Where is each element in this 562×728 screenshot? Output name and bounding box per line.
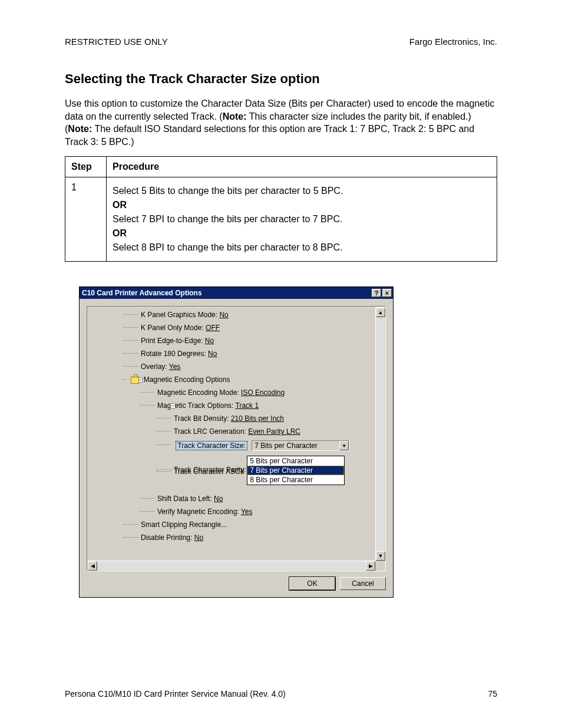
horizontal-scrollbar[interactable]: ◀ ▶ xyxy=(88,561,375,570)
tree-item-k-panel-graphics[interactable]: K Panel Graphics Mode: No xyxy=(123,311,374,319)
scroll-down-button[interactable]: ▼ xyxy=(376,551,385,561)
tree-item-print-edge[interactable]: Print Edge-to-Edge: No xyxy=(123,337,374,345)
footer-text: Persona C10/M10 ID Card Printer Service … xyxy=(65,689,286,699)
help-button[interactable]: ? xyxy=(372,289,381,297)
cancel-button[interactable]: Cancel xyxy=(340,577,386,590)
tree-item-overlay[interactable]: Overlay: Yes xyxy=(123,363,374,371)
page-title: Selecting the Track Character Size optio… xyxy=(65,71,497,87)
dialog-titlebar[interactable]: C10 Card Printer Advanced Options ? × xyxy=(80,287,393,299)
procedure-table: Step Procedure 1 Select 5 Bits to change… xyxy=(65,156,497,262)
option-8-bits[interactable]: 8 Bits per Character xyxy=(247,475,344,485)
col-procedure: Procedure xyxy=(107,157,497,177)
tree-item-magnetic-track-options[interactable]: − Magnetic Track Options: Track 1 xyxy=(140,401,374,410)
page-header: RESTRICTED USE ONLY Fargo Electronics, I… xyxy=(65,37,497,47)
ok-button[interactable]: OK xyxy=(289,577,335,590)
collapse-icon[interactable]: − xyxy=(170,403,176,409)
dialog-title: C10 Card Printer Advanced Options xyxy=(82,289,202,297)
scroll-right-button[interactable]: ▶ xyxy=(366,561,375,571)
vertical-scrollbar[interactable]: ▲ ▼ xyxy=(375,307,385,561)
options-tree: K Panel Graphics Mode: No K Panel Only M… xyxy=(87,306,386,571)
tree-item-magnetic-encoding-mode[interactable]: Magnetic Encoding Mode: ISO Encoding xyxy=(140,388,374,397)
tree-item-track-char-size[interactable]: Track Character Size: 7 Bits per Charact… xyxy=(156,440,374,451)
table-header-row: Step Procedure xyxy=(65,157,497,177)
advanced-options-dialog: C10 Card Printer Advanced Options ? × K … xyxy=(79,286,394,598)
header-right: Fargo Electronics, Inc. xyxy=(409,37,497,47)
tree-item-rotate-180[interactable]: Rotate 180 Degrees: No xyxy=(123,350,374,358)
tree-item-shift-data-left[interactable]: Shift Data to Left: No xyxy=(140,495,374,503)
intro-paragraph: Use this option to customize the Charact… xyxy=(65,97,497,148)
tree-item-smart-clipping[interactable]: Smart Clipping Rectangle... xyxy=(123,521,374,529)
tree-item-verify-magnetic[interactable]: Verify Magnetic Encoding: Yes xyxy=(140,508,374,516)
page-number: 75 xyxy=(488,689,497,699)
table-row: 1 Select 5 Bits to change the bits per c… xyxy=(65,177,497,262)
tree-item-disable-printing[interactable]: Disable Printing: No xyxy=(123,533,374,542)
tree-item-magnetic-encoding-options[interactable]: − Magnetic Encoding Options xyxy=(123,375,374,384)
dropdown-button[interactable]: ▼ xyxy=(339,441,349,450)
page-footer: Persona C10/M10 ID Card Printer Service … xyxy=(65,689,497,699)
dialog-client-area: K Panel Graphics Mode: No K Panel Only M… xyxy=(80,299,393,597)
tree-item-track-char-ascii[interactable]: Track Character ASCII xyxy=(156,467,374,476)
select-value: 7 Bits per Character xyxy=(254,442,318,450)
option-5-bits[interactable]: 5 Bits per Character xyxy=(247,456,344,466)
tree-item-track-bit-density[interactable]: Track Bit Density: 210 Bits per Inch xyxy=(156,414,374,423)
scroll-up-button[interactable]: ▲ xyxy=(376,308,385,317)
close-button[interactable]: × xyxy=(382,289,392,297)
tree-item-track-lrc[interactable]: Track LRC Generation: Even Parity LRC xyxy=(156,427,374,436)
step-number: 1 xyxy=(65,177,107,262)
step-text: Select 5 Bits to change the bits per cha… xyxy=(107,177,497,262)
lock-icon xyxy=(131,377,139,384)
col-step: Step xyxy=(65,157,107,177)
tree-item-k-panel-only[interactable]: K Panel Only Mode: OFF xyxy=(123,324,374,332)
scroll-left-button[interactable]: ◀ xyxy=(88,561,97,571)
header-left: RESTRICTED USE ONLY xyxy=(65,37,168,47)
track-char-size-select[interactable]: 7 Bits per Character ▼ xyxy=(252,440,349,451)
